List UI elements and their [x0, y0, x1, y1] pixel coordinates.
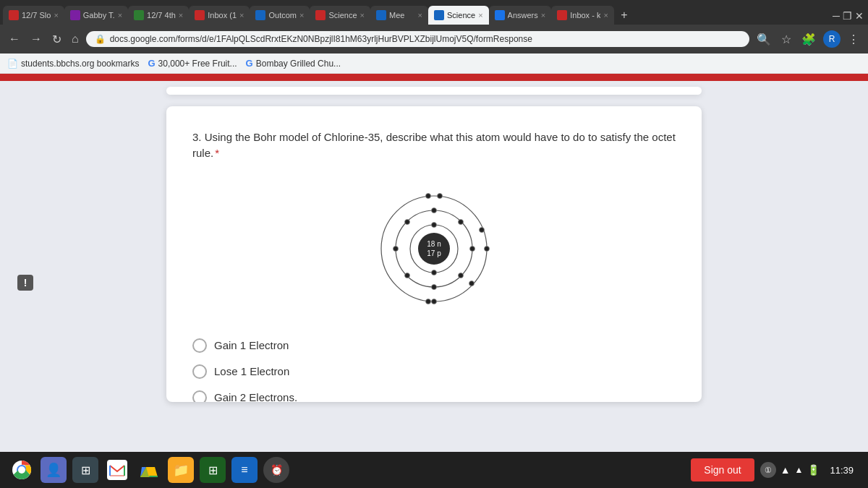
svg-point-8: [432, 207, 437, 213]
google-icon: G: [148, 58, 155, 69]
taskbar-appgrid-icon[interactable]: ⊞: [72, 457, 98, 483]
tab-answers[interactable]: Answers ×: [489, 6, 552, 25]
svg-point-15: [405, 219, 410, 224]
tab-inbox[interactable]: Inbox (1 ×: [189, 6, 250, 25]
bookmark-fruit[interactable]: G 30,000+ Free Fruit...: [148, 58, 237, 69]
bohr-model-diagram: 18 n 17 p: [192, 176, 676, 321]
taskbar-sheets-icon[interactable]: ⊞: [200, 457, 226, 483]
maximize-button[interactable]: ❐: [843, 10, 852, 22]
taskbar-indicators: ① ▲ ▲ 🔋 11:39: [760, 462, 859, 478]
taskbar-clock-icon[interactable]: ⏰: [263, 457, 289, 483]
tab-favicon: [195, 10, 205, 20]
svg-point-17: [438, 193, 443, 198]
previous-card: [166, 87, 702, 95]
forward-button[interactable]: →: [27, 30, 45, 48]
close-button[interactable]: ✕: [855, 10, 864, 22]
profile-icon[interactable]: R: [823, 30, 841, 48]
svg-point-0: [418, 233, 450, 265]
address-text: docs.google.com/forms/d/e/1FAlpQLScdRrxt…: [110, 34, 741, 44]
option-label-opt1: Gain 1 Electron: [214, 339, 289, 351]
taskbar-folder-icon[interactable]: 📁: [168, 457, 194, 483]
taskbar-chrome-icon[interactable]: [9, 457, 35, 483]
tab-favicon: [495, 10, 505, 20]
extensions-icon[interactable]: 🧩: [799, 30, 819, 49]
svg-point-12: [432, 284, 437, 289]
nav-bar: ← → ↻ ⌂ 🔒 docs.google.com/forms/d/e/1FAl…: [0, 25, 868, 53]
browser-chrome: 12/7 Slo × Gabby T. × 12/7 4th × Inbox (…: [0, 0, 868, 74]
bookmark-label: Bombay Grilled Chu...: [256, 59, 341, 69]
bookmark-icon: 📄: [7, 59, 18, 69]
tab-favicon: [9, 10, 19, 20]
tab-gabby[interactable]: Gabby T. ×: [64, 6, 128, 25]
tab-outcomes[interactable]: Outcom ×: [250, 6, 310, 25]
svg-point-14: [393, 246, 399, 251]
tab-favicon: [434, 10, 444, 20]
notification-badge[interactable]: ①: [760, 462, 776, 478]
svg-point-11: [459, 273, 464, 278]
tab-favicon: [376, 10, 386, 20]
svg-point-18: [480, 227, 485, 232]
bookmark-star-icon[interactable]: ☆: [778, 30, 794, 49]
svg-point-22: [426, 299, 431, 304]
battery-icon: 🔋: [807, 464, 820, 476]
tab-science1[interactable]: Science ×: [310, 6, 370, 25]
svg-point-21: [432, 299, 437, 304]
sign-out-button[interactable]: Sign out: [691, 458, 754, 481]
option-gain-2-electrons[interactable]: Gain 2 Electrons.: [192, 390, 676, 402]
time-display: 11:39: [824, 465, 859, 476]
taskbar-gmail-icon[interactable]: [104, 457, 130, 483]
main-content: 3. Using the Bohr model of Chlorine-35, …: [0, 81, 868, 414]
back-button[interactable]: ←: [6, 30, 23, 48]
tab-favicon: [557, 10, 567, 20]
tab-favicon: [255, 10, 265, 20]
refresh-button[interactable]: ↻: [49, 30, 64, 49]
answer-options: Gain 1 Electron Lose 1 Electron Gain 2 E…: [192, 338, 676, 402]
tab-favicon: [134, 10, 144, 20]
search-icon[interactable]: 🔍: [754, 30, 774, 49]
taskbar: 👤 ⊞ 📁 ⊞ ≡ ⏰: [0, 452, 868, 488]
address-bar[interactable]: 🔒 docs.google.com/forms/d/e/1FAlpQLScdRr…: [86, 31, 749, 47]
svg-point-13: [405, 273, 410, 278]
bookmark-bombay[interactable]: G Bombay Grilled Chu...: [246, 58, 341, 69]
tab-bar: 12/7 Slo × Gabby T. × 12/7 4th × Inbox (…: [0, 0, 868, 25]
radio-button-opt1[interactable]: [192, 338, 207, 353]
tab-12-7-slo[interactable]: 12/7 Slo ×: [3, 6, 64, 25]
svg-point-10: [470, 246, 475, 251]
bookmark-label: students.bbchs.org bookmarks: [21, 59, 139, 69]
question-card: 3. Using the Bohr model of Chlorine-35, …: [166, 106, 702, 402]
question-text: 3. Using the Bohr model of Chlorine-35, …: [192, 129, 676, 162]
more-options-icon[interactable]: ⋮: [845, 30, 862, 49]
radio-button-opt2[interactable]: [192, 364, 207, 379]
wifi-icon: ▲: [780, 464, 791, 476]
option-label-opt2: Lose 1 Electron: [214, 365, 289, 377]
minimize-button[interactable]: ─: [833, 10, 840, 22]
svg-text:18 n: 18 n: [427, 240, 441, 248]
svg-point-7: [432, 270, 437, 275]
option-lose-1-electron[interactable]: Lose 1 Electron: [192, 364, 676, 379]
tab-meet[interactable]: Mee ×: [370, 6, 428, 25]
google-icon: G: [246, 58, 253, 69]
home-button[interactable]: ⌂: [69, 30, 82, 48]
signal-icon: ▲: [795, 465, 804, 475]
sidebar-notification[interactable]: !: [17, 275, 33, 291]
tab-favicon: [70, 10, 80, 20]
svg-point-9: [459, 219, 464, 224]
tab-science-active[interactable]: Science ×: [428, 6, 489, 25]
taskbar-files-icon[interactable]: 👤: [41, 457, 67, 483]
bookmark-students[interactable]: 📄 students.bbchs.org bookmarks: [7, 59, 139, 69]
svg-point-19: [485, 246, 490, 251]
svg-point-6: [432, 222, 437, 227]
lock-icon: 🔒: [95, 34, 106, 44]
taskbar-docs-icon[interactable]: ≡: [231, 457, 258, 483]
option-label-opt3: Gain 2 Electrons.: [214, 391, 297, 402]
svg-point-16: [426, 193, 431, 198]
radio-button-opt3[interactable]: [192, 390, 207, 402]
taskbar-drive-icon[interactable]: [136, 457, 162, 483]
svg-point-20: [469, 281, 475, 286]
tab-inbox2[interactable]: Inbox - k ×: [551, 6, 614, 25]
new-tab-button[interactable]: +: [614, 6, 634, 25]
option-gain-1-electron[interactable]: Gain 1 Electron: [192, 338, 676, 353]
tab-12-7-4th[interactable]: 12/7 4th ×: [128, 6, 189, 25]
tab-favicon: [315, 10, 326, 20]
svg-text:17 p: 17 p: [427, 249, 441, 257]
